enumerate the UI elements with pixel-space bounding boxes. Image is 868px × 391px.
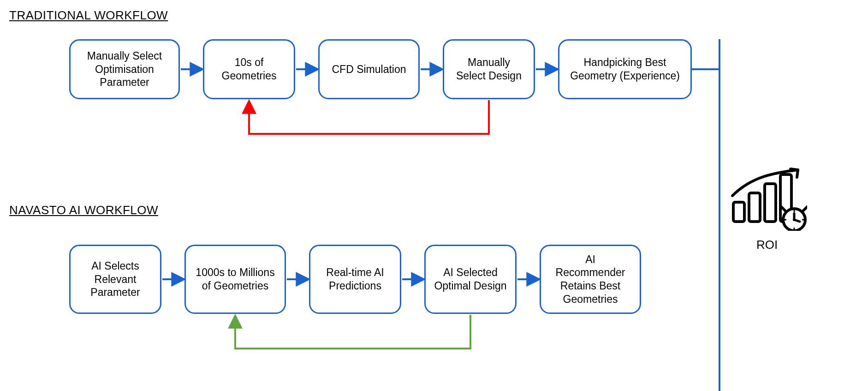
roi-growth-icon xyxy=(729,166,807,234)
ai-step-4: AI Selected Optimal Design xyxy=(424,245,517,314)
arrow-ai-feedback xyxy=(235,315,470,349)
trad-step-4: Manually Select Design xyxy=(443,39,535,99)
ai-step-3: Real-time AI Predictions xyxy=(309,245,401,314)
roi-label: ROI xyxy=(756,238,778,252)
arrow-trad-feedback xyxy=(249,100,489,134)
trad-step-5: Handpicking Best Geometry (Experience) xyxy=(558,39,692,99)
ai-step-5: AI Recommender Retains Best Geometries xyxy=(540,245,641,314)
title-traditional: TRADITIONAL WORKFLOW xyxy=(9,8,168,23)
ai-step-2: 1000s to Millions of Geometries xyxy=(184,245,286,314)
trad-step-2: 10s of Geometries xyxy=(203,39,295,99)
title-ai: NAVASTO AI WORKFLOW xyxy=(9,203,158,217)
svg-rect-1 xyxy=(749,193,760,222)
svg-rect-0 xyxy=(733,202,744,222)
svg-rect-2 xyxy=(765,184,776,222)
ai-step-1: AI Selects Relevant Parameter xyxy=(69,245,161,314)
trad-step-1: Manually Select Optimisation Parameter xyxy=(69,39,180,99)
trad-step-3: CFD Simulation xyxy=(318,39,420,99)
diagram-canvas: TRADITIONAL WORKFLOW NAVASTO AI WORKFLOW… xyxy=(0,0,868,391)
